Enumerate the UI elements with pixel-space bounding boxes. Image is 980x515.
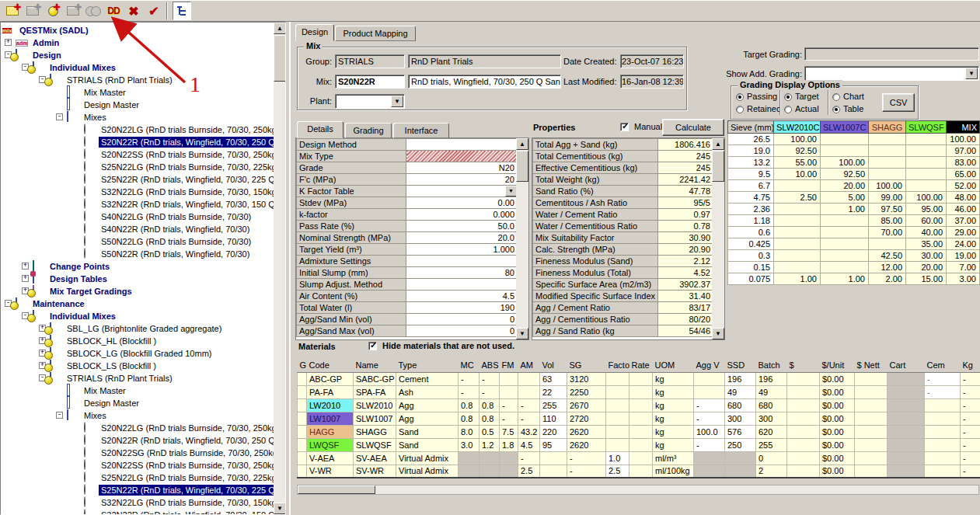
tree-item[interactable]: S32N22LG (RnD trials Burnside, 70/30, 15… bbox=[1, 496, 274, 509]
materials-hscrollbar[interactable] bbox=[297, 485, 979, 495]
tree-item[interactable]: S32N22LG (RnD trials Burnside, 70/30, 15… bbox=[1, 186, 274, 198]
tree-item-label[interactable]: S20N22LG (RnD trials Burnside, 70/30, 25… bbox=[99, 124, 286, 135]
tree-item[interactable]: S20N22LG (RnD trials Burnside, 70/30, 25… bbox=[1, 422, 274, 434]
tree-item-label[interactable]: Design bbox=[30, 50, 64, 61]
radio-icon[interactable] bbox=[832, 106, 840, 113]
tree-item[interactable]: S32N22R (RnD trials, Wingfield, 70/30, 1… bbox=[1, 198, 274, 211]
mix-code-field[interactable]: S20N22R bbox=[335, 75, 405, 89]
tree-item[interactable]: S25N22LG (RnD trials Burnside, 70/30, 22… bbox=[1, 472, 274, 484]
tree-item[interactable]: Mix Master bbox=[1, 86, 274, 99]
tree-item[interactable]: +admAdmin bbox=[1, 37, 274, 49]
materials-cell[interactable]: 1.0 bbox=[606, 451, 630, 465]
tree-item-label[interactable]: S20N22SG (RnD trials Burnside, 70/30, 25… bbox=[99, 447, 286, 458]
tree-item-label[interactable]: Mix Master bbox=[82, 385, 128, 396]
tree-item[interactable]: +SBLOCK_LG (Blockfill Graded 10mm) bbox=[1, 347, 274, 360]
tree-item[interactable]: S20N22SS (RnD trials Burnside, 70/30, 25… bbox=[1, 459, 274, 472]
field-value[interactable] bbox=[406, 279, 518, 291]
tree-item-label[interactable]: S40N22LG (RnD trials Burnside, 70/30) bbox=[99, 211, 253, 222]
tree-item-label[interactable]: S20N22SS (RnD trials Burnside, 70/30, 25… bbox=[99, 149, 286, 160]
radio-actual[interactable]: Actual bbox=[784, 104, 819, 113]
scroll-up-button[interactable]: ▲ bbox=[516, 138, 528, 150]
field-value[interactable]: N20 bbox=[406, 162, 518, 174]
csv-button[interactable]: CSV bbox=[882, 93, 915, 112]
tree-item-label[interactable]: Mix Target Gradings bbox=[47, 286, 134, 297]
hide-materials-checkbox[interactable]: Hide materials that are not used. bbox=[368, 341, 514, 350]
scroll-up-button[interactable]: ▲ bbox=[712, 138, 724, 150]
tab-design[interactable]: Design bbox=[295, 24, 334, 41]
scroll-thumb[interactable] bbox=[298, 485, 375, 494]
field-value[interactable]: 0 bbox=[406, 314, 518, 325]
tree-item-label[interactable]: SBLOCK_LG (Blockfill Graded 10mm) bbox=[65, 348, 214, 359]
tree-item-label[interactable]: S40N22R (RnD trials, Wingfield, 70/30) bbox=[99, 224, 252, 235]
tree-item[interactable]: -Individual Mixes bbox=[1, 310, 274, 322]
expand-icon[interactable]: + bbox=[22, 263, 29, 270]
tree-item[interactable]: -STRIALS (RnD Plant Trials) bbox=[1, 372, 274, 385]
field-value[interactable]: 190 bbox=[406, 302, 518, 314]
calculate-button[interactable]: Calculate bbox=[662, 119, 724, 136]
tree-item[interactable]: S20N22LG (RnD trials Burnside, 70/30, 25… bbox=[1, 124, 274, 136]
tree-item-label[interactable]: S25N22R (RnD trials, Wingfield, 70/30, 2… bbox=[99, 485, 286, 496]
field-value[interactable] bbox=[406, 139, 518, 151]
tree-item-label[interactable]: S25N22R (RnD trials, Wingfield, 70/30, 2… bbox=[99, 174, 286, 185]
tree-item-label[interactable]: Design Master bbox=[82, 99, 141, 110]
tree-item[interactable]: S40N22R (RnD trials, Wingfield, 70/30) bbox=[1, 223, 274, 235]
tree-item[interactable]: +Design Tables bbox=[1, 273, 274, 285]
tree-item-label[interactable]: S50N22LG (RnD trials Burnside, 70/30) bbox=[99, 236, 253, 247]
materials-cell[interactable]: 250 bbox=[725, 438, 756, 451]
radio-passing[interactable]: Passing bbox=[736, 92, 777, 101]
scroll-thumb[interactable] bbox=[516, 151, 528, 182]
materials-cell[interactable]: 2.5 bbox=[606, 465, 630, 478]
field-value[interactable]: 1.000 bbox=[406, 244, 518, 256]
radio-target[interactable]: Target bbox=[784, 92, 819, 101]
tree-item[interactable]: S32N22R (RnD trials, Wingfield, 70/30, 1… bbox=[1, 509, 274, 515]
tree-item-label[interactable]: S20N22R (RnD trials, Wingfield, 70/30, 2… bbox=[99, 137, 286, 148]
tree-item[interactable]: S40N22LG (RnD trials Burnside, 70/30) bbox=[1, 211, 274, 223]
radio-retained[interactable]: Retained bbox=[736, 104, 781, 113]
duplicate-mix-button[interactable]: DD bbox=[104, 2, 123, 20]
materials-cell[interactable]: - bbox=[694, 398, 725, 412]
field-value[interactable]: ▼ bbox=[406, 186, 518, 197]
plant-combo[interactable]: ▼ bbox=[335, 94, 405, 109]
checkbox-icon[interactable] bbox=[620, 123, 629, 131]
tree-item-label[interactable]: STRIALS (RnD Plant Trials) bbox=[65, 373, 175, 384]
tree-item[interactable]: S20N22SG (RnD trials Burnside, 70/30, 25… bbox=[1, 447, 274, 459]
field-value[interactable]: 20.0 bbox=[406, 232, 518, 244]
expand-icon[interactable]: + bbox=[22, 275, 29, 282]
field-value[interactable]: 0 bbox=[406, 325, 518, 337]
materials-cell[interactable]: 220 bbox=[540, 425, 567, 438]
tree-item-label[interactable]: QESTMix (SADL) bbox=[17, 25, 91, 36]
tree-item-label[interactable]: Individual Mixes bbox=[47, 311, 118, 322]
radio-icon[interactable] bbox=[736, 106, 744, 113]
tree-item-label[interactable]: S32N22R (RnD trials, Wingfield, 70/30, 1… bbox=[99, 199, 286, 210]
manual-checkbox[interactable]: Manual bbox=[620, 122, 662, 131]
materials-cell[interactable]: 300 bbox=[725, 412, 756, 425]
new-group-button[interactable]: ✚ bbox=[3, 2, 22, 20]
tree-item-label[interactable]: Change Points bbox=[47, 261, 112, 272]
radio-icon[interactable] bbox=[832, 93, 840, 101]
materials-cell[interactable]: 95 bbox=[540, 438, 567, 451]
materials-cell[interactable]: 49 bbox=[725, 385, 756, 398]
tab-details[interactable]: Details bbox=[297, 121, 344, 138]
collapse-icon[interactable]: - bbox=[56, 412, 63, 419]
tree-item[interactable]: S20N22R (RnD trials, Wingfield, 70/30, 2… bbox=[1, 136, 274, 148]
tree-item-label[interactable]: Design Tables bbox=[47, 273, 110, 284]
field-value[interactable]: 0.00 bbox=[406, 197, 518, 209]
tree-view-toggle[interactable] bbox=[173, 2, 191, 20]
tree-item-label[interactable]: S25N22LG (RnD trials Burnside, 70/30, 22… bbox=[99, 162, 286, 172]
field-value[interactable]: 80 bbox=[406, 267, 518, 279]
materials-cell[interactable]: 110 bbox=[540, 412, 567, 425]
tree-item[interactable]: S25N22R (RnD trials, Wingfield, 70/30, 2… bbox=[1, 173, 274, 186]
tree-item[interactable]: +Mix Target Gradings bbox=[1, 285, 274, 298]
radio-chart[interactable]: Chart bbox=[832, 92, 864, 101]
delete-button[interactable]: ✖ bbox=[124, 2, 143, 20]
tree-item[interactable]: Design Master bbox=[1, 397, 274, 409]
tab-product-mapping[interactable]: Product Mapping bbox=[335, 26, 416, 41]
tree-item-label[interactable]: S20N22R (RnD trials, Wingfield, 70/30, 2… bbox=[99, 435, 286, 446]
chevron-down-icon[interactable]: ▼ bbox=[965, 68, 978, 79]
tree-item[interactable]: S20N22R (RnD trials, Wingfield, 70/30, 2… bbox=[1, 434, 274, 447]
tree-item[interactable]: Design Master bbox=[1, 99, 274, 111]
scroll-thumb[interactable] bbox=[712, 151, 724, 182]
tree-item[interactable]: -Mixes bbox=[1, 409, 274, 422]
tree-item-label[interactable]: Maintenance bbox=[30, 298, 87, 309]
tree-item-label[interactable]: S20N22SS (RnD trials Burnside, 70/30, 25… bbox=[99, 460, 286, 471]
